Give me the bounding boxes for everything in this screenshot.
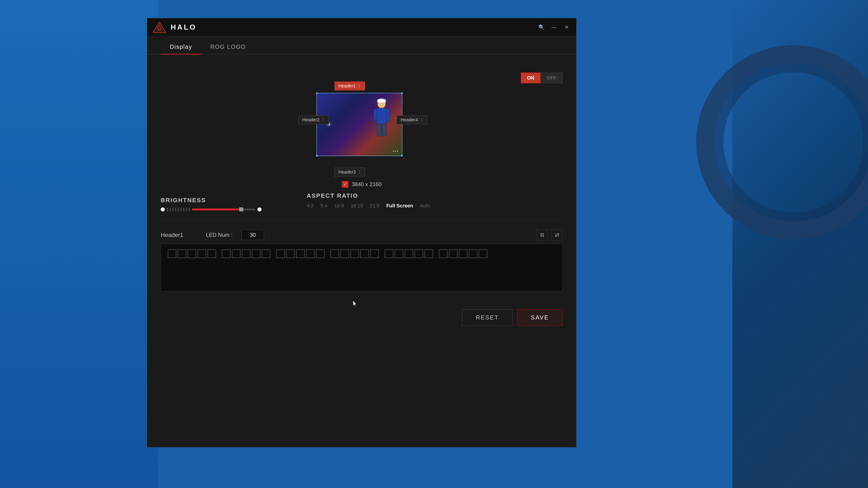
led-cell[interactable] — [242, 250, 250, 258]
bg-left — [0, 0, 158, 488]
led-cell[interactable] — [459, 250, 467, 258]
aspect-4-3[interactable]: 4:3 — [307, 203, 314, 209]
led-cell[interactable] — [188, 250, 196, 258]
copy-icon-button[interactable]: ⧉ — [536, 229, 548, 240]
led-cell[interactable] — [296, 250, 305, 258]
led-cell[interactable] — [178, 250, 186, 258]
content-area: 👁 ••• Header1 ⋮ Header2 ⋮ Header3 — [147, 55, 576, 300]
led-group-3 — [276, 250, 324, 258]
aspect-full-screen[interactable]: Full Screen — [386, 203, 413, 209]
led-cells-row — [168, 250, 556, 258]
slider-track-wrapper[interactable] — [192, 208, 255, 210]
led-cell[interactable] — [276, 250, 285, 258]
icon-buttons: ⧉ ⇄ — [536, 229, 563, 240]
rog-logo-icon — [153, 22, 166, 33]
led-cell[interactable] — [385, 250, 393, 258]
tick-2 — [170, 207, 170, 211]
monitor-diagram: 👁 ••• Header1 ⋮ Header2 ⋮ Header3 — [161, 70, 563, 183]
led-cell[interactable] — [425, 250, 433, 258]
led-cell[interactable] — [449, 250, 458, 258]
character-art — [370, 98, 393, 138]
brightness-label: BRIGHTNESS — [161, 197, 261, 204]
led-cell[interactable] — [360, 250, 369, 258]
led-group-5 — [385, 250, 433, 258]
slider-end-dot — [257, 207, 261, 212]
led-num-label: LED Num : — [206, 232, 232, 238]
header1-menu-icon: ⋮ — [358, 84, 361, 88]
close-button[interactable]: ✕ — [563, 23, 571, 31]
header-config-row: Header1 LED Num : ⧉ ⇄ — [161, 230, 563, 240]
led-cell[interactable] — [331, 250, 339, 258]
svg-rect-7 — [386, 109, 390, 121]
led-cell[interactable] — [232, 250, 241, 258]
led-cell[interactable] — [370, 250, 379, 258]
settings-row: BRIGHTNESS — [161, 192, 563, 212]
sync-icon-button[interactable]: ⇄ — [551, 229, 563, 240]
led-cell[interactable] — [286, 250, 295, 258]
close-icon: ✕ — [565, 24, 569, 30]
slider-ticks — [167, 207, 190, 211]
aspect-5-4[interactable]: 5:4 — [320, 203, 328, 209]
header4-label[interactable]: Header4 ⋮ — [397, 116, 427, 124]
svg-rect-6 — [373, 109, 377, 121]
resolution-text: 3840 x 2160 — [352, 181, 381, 188]
monitor-screen: 👁 ••• — [316, 93, 402, 156]
led-cell[interactable] — [340, 250, 349, 258]
reset-button[interactable]: RESET — [462, 309, 513, 326]
tick-6 — [181, 207, 182, 211]
tick-4 — [175, 207, 176, 211]
sync-icon: ⇄ — [555, 232, 559, 238]
search-button[interactable]: 🔍 — [537, 23, 546, 31]
led-cell[interactable] — [208, 250, 216, 258]
led-cell[interactable] — [222, 250, 230, 258]
led-cell[interactable] — [479, 250, 487, 258]
led-group-4 — [331, 250, 379, 258]
save-button[interactable]: SAVE — [517, 309, 563, 326]
led-cell[interactable] — [350, 250, 359, 258]
bottom-buttons: RESET SAVE — [147, 309, 576, 326]
led-cell[interactable] — [306, 250, 315, 258]
led-num-input[interactable] — [241, 230, 264, 240]
aspect-16-9[interactable]: 16:9 — [334, 203, 344, 209]
aspect-21-9[interactable]: 21:9 — [370, 203, 379, 209]
corner-br — [401, 155, 403, 157]
tab-display[interactable]: Display — [161, 40, 201, 54]
led-cell[interactable] — [405, 250, 413, 258]
selected-header-name: Header1 — [161, 232, 197, 238]
led-cell[interactable] — [168, 250, 176, 258]
svg-rect-8 — [377, 124, 381, 136]
aspect-ratio-section: ASPECT RATIO 4:3 5:4 16:9 16:10 — [307, 192, 430, 212]
header1-label[interactable]: Header1 ⋮ — [335, 82, 365, 90]
aspect-ratio-label: ASPECT RATIO — [307, 192, 430, 199]
resolution-checkbox[interactable]: ✓ — [342, 181, 348, 188]
title-bar-controls: 🔍 — ✕ — [537, 23, 571, 31]
tick-7 — [183, 207, 184, 211]
title-bar-left: HALO — [153, 22, 197, 33]
minimize-icon: — — [552, 24, 557, 30]
led-cell[interactable] — [469, 250, 477, 258]
led-cell[interactable] — [197, 250, 206, 258]
led-cell[interactable] — [316, 250, 324, 258]
corner-tr — [401, 92, 403, 94]
copy-icon: ⧉ — [540, 232, 544, 238]
header2-menu-icon: ⋮ — [321, 118, 325, 122]
minimize-button[interactable]: — — [550, 23, 558, 31]
aspect-auto[interactable]: Auto — [420, 203, 430, 209]
led-cell[interactable] — [439, 250, 447, 258]
led-cell[interactable] — [414, 250, 423, 258]
led-group-6 — [439, 250, 487, 258]
brightness-slider-thumb — [239, 207, 243, 212]
svg-rect-11 — [377, 99, 385, 103]
tab-rog-logo[interactable]: ROG LOGO — [201, 40, 255, 54]
tick-9 — [189, 207, 190, 211]
slider-container — [161, 207, 261, 212]
led-cell[interactable] — [395, 250, 403, 258]
header4-menu-icon: ⋮ — [420, 118, 423, 122]
aspect-16-10[interactable]: 16:10 — [350, 203, 363, 209]
led-group-2 — [222, 250, 270, 258]
header2-label[interactable]: Header2 ⋮ — [298, 116, 329, 124]
led-group-1 — [168, 250, 216, 258]
header3-label[interactable]: Header3 ⋮ — [335, 168, 365, 176]
led-cell[interactable] — [262, 250, 270, 258]
led-cell[interactable] — [252, 250, 260, 258]
